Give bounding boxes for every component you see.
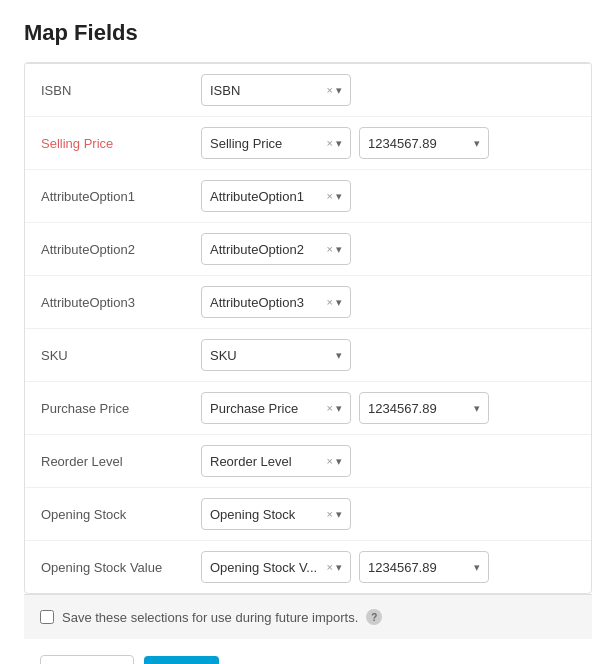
controls-attribute-option-1: AttributeOption1×▾ [201,180,575,212]
main-select-reorder-level[interactable]: Reorder Level×▾ [201,445,351,477]
cancel-button[interactable]: Cancel [229,656,301,664]
main-select-opening-stock[interactable]: Opening Stock×▾ [201,498,351,530]
form-row-sku: SKUSKU▾ [25,329,591,382]
label-attribute-option-1: AttributeOption1 [41,189,201,204]
chevron-down-icon-opening-stock: ▾ [336,508,342,521]
chevron-down-icon-attribute-option-2: ▾ [336,243,342,256]
main-select-isbn[interactable]: ISBN×▾ [201,74,351,106]
currency-chevron-purchase-price: ▾ [474,402,480,415]
controls-opening-stock-value: Opening Stock V...×▾1234567.89▾ [201,551,575,583]
chevron-down-icon-selling-price: ▾ [336,137,342,150]
currency-text-purchase-price: 1234567.89 [368,401,474,416]
main-select-text-isbn: ISBN [210,83,323,98]
chevron-down-icon-reorder-level: ▾ [336,455,342,468]
currency-text-selling-price: 1234567.89 [368,136,474,151]
form-row-selling-price: Selling PriceSelling Price×▾1234567.89▾ [25,117,591,170]
controls-purchase-price: Purchase Price×▾1234567.89▾ [201,392,575,424]
main-select-text-opening-stock-value: Opening Stock V... [210,560,323,575]
form-area: ISBNISBN×▾Selling PriceSelling Price×▾12… [24,62,592,594]
main-select-sku[interactable]: SKU▾ [201,339,351,371]
label-isbn: ISBN [41,83,201,98]
label-selling-price: Selling Price [41,136,201,151]
main-select-text-attribute-option-1: AttributeOption1 [210,189,323,204]
clear-opening-stock[interactable]: × [327,508,333,520]
currency-select-purchase-price[interactable]: 1234567.89▾ [359,392,489,424]
save-checkbox[interactable] [40,610,54,624]
clear-reorder-level[interactable]: × [327,455,333,467]
clear-purchase-price[interactable]: × [327,402,333,414]
controls-attribute-option-3: AttributeOption3×▾ [201,286,575,318]
label-attribute-option-3: AttributeOption3 [41,295,201,310]
form-row-purchase-price: Purchase PricePurchase Price×▾1234567.89… [25,382,591,435]
chevron-down-icon-opening-stock-value: ▾ [336,561,342,574]
currency-text-opening-stock-value: 1234567.89 [368,560,474,575]
form-row-attribute-option-1: AttributeOption1AttributeOption1×▾ [25,170,591,223]
form-row-attribute-option-3: AttributeOption3AttributeOption3×▾ [25,276,591,329]
label-sku: SKU [41,348,201,363]
label-reorder-level: Reorder Level [41,454,201,469]
main-select-text-purchase-price: Purchase Price [210,401,323,416]
label-attribute-option-2: AttributeOption2 [41,242,201,257]
chevron-down-icon-isbn: ▾ [336,84,342,97]
controls-reorder-level: Reorder Level×▾ [201,445,575,477]
footer-section: Save these selections for use during fut… [24,594,592,639]
controls-sku: SKU▾ [201,339,575,371]
chevron-down-icon-purchase-price: ▾ [336,402,342,415]
form-row-opening-stock: Opening StockOpening Stock×▾ [25,488,591,541]
clear-selling-price[interactable]: × [327,137,333,149]
main-select-text-attribute-option-2: AttributeOption2 [210,242,323,257]
clear-attribute-option-3[interactable]: × [327,296,333,308]
currency-select-opening-stock-value[interactable]: 1234567.89▾ [359,551,489,583]
main-select-text-reorder-level: Reorder Level [210,454,323,469]
controls-attribute-option-2: AttributeOption2×▾ [201,233,575,265]
form-row-isbn: ISBNISBN×▾ [25,63,591,117]
label-purchase-price: Purchase Price [41,401,201,416]
form-row-reorder-level: Reorder LevelReorder Level×▾ [25,435,591,488]
currency-select-selling-price[interactable]: 1234567.89▾ [359,127,489,159]
main-select-attribute-option-2[interactable]: AttributeOption2×▾ [201,233,351,265]
page-container: Map Fields ISBNISBN×▾Selling PriceSellin… [0,0,616,664]
main-select-text-selling-price: Selling Price [210,136,323,151]
chevron-down-icon-sku: ▾ [336,349,342,362]
clear-attribute-option-2[interactable]: × [327,243,333,255]
clear-isbn[interactable]: × [327,84,333,96]
next-button[interactable]: Next [144,656,219,664]
chevron-down-icon-attribute-option-3: ▾ [336,296,342,309]
main-select-attribute-option-1[interactable]: AttributeOption1×▾ [201,180,351,212]
main-select-text-opening-stock: Opening Stock [210,507,323,522]
main-select-opening-stock-value[interactable]: Opening Stock V...×▾ [201,551,351,583]
clear-attribute-option-1[interactable]: × [327,190,333,202]
save-label: Save these selections for use during fut… [62,610,358,625]
label-opening-stock-value: Opening Stock Value [41,560,201,575]
controls-selling-price: Selling Price×▾1234567.89▾ [201,127,575,159]
main-select-text-sku: SKU [210,348,332,363]
currency-chevron-selling-price: ▾ [474,137,480,150]
main-select-text-attribute-option-3: AttributeOption3 [210,295,323,310]
main-select-purchase-price[interactable]: Purchase Price×▾ [201,392,351,424]
currency-chevron-opening-stock-value: ▾ [474,561,480,574]
help-icon[interactable]: ? [366,609,382,625]
chevron-down-icon-attribute-option-1: ▾ [336,190,342,203]
previous-button[interactable]: ‹ Previous [40,655,134,664]
controls-isbn: ISBN×▾ [201,74,575,106]
main-select-selling-price[interactable]: Selling Price×▾ [201,127,351,159]
page-title: Map Fields [24,20,592,46]
label-opening-stock: Opening Stock [41,507,201,522]
button-row: ‹ Previous Next Cancel [24,639,592,664]
save-checkbox-row: Save these selections for use during fut… [40,609,576,625]
form-row-attribute-option-2: AttributeOption2AttributeOption2×▾ [25,223,591,276]
controls-opening-stock: Opening Stock×▾ [201,498,575,530]
clear-opening-stock-value[interactable]: × [327,561,333,573]
form-row-opening-stock-value: Opening Stock ValueOpening Stock V...×▾1… [25,541,591,593]
main-select-attribute-option-3[interactable]: AttributeOption3×▾ [201,286,351,318]
